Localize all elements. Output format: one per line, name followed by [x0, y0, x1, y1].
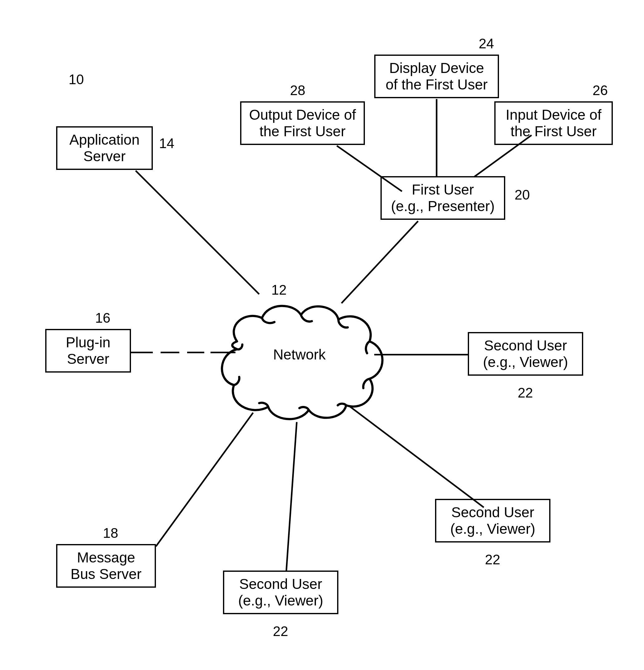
ref-display-device: 24 — [479, 36, 494, 51]
edge-seconduser-b-network — [349, 406, 484, 508]
edge-seconduser-a-network — [374, 354, 468, 356]
edge-firstuser-display — [436, 99, 437, 177]
second-user-b-line2: (e.g., Viewer) — [450, 521, 536, 537]
ref-first-user: 20 — [515, 187, 530, 203]
first-user-box: First User (e.g., Presenter) — [380, 176, 505, 220]
edge-plugin-dash-1 — [131, 352, 153, 353]
second-user-box-b: Second User (e.g., Viewer) — [435, 499, 550, 542]
edge-plugin-dash-3 — [187, 352, 204, 353]
output-line2: the First User — [260, 123, 345, 140]
input-device-box: Input Device of the First User — [494, 101, 613, 145]
edge-firstuser-output — [337, 145, 403, 192]
input-line1: Input Device of — [506, 107, 602, 123]
ref-system: 10 — [69, 72, 84, 87]
ref-msg-bus: 18 — [103, 525, 118, 541]
ref-app-server: 14 — [159, 136, 174, 151]
display-device-box: Display Device of the First User — [374, 55, 499, 98]
second-user-box-c: Second User (e.g., Viewer) — [223, 571, 338, 614]
application-server-box: Application Server — [56, 126, 153, 170]
display-line1: Display Device — [389, 60, 484, 76]
ref-second-user-a: 22 — [518, 385, 533, 401]
second-user-c-line2: (e.g., Viewer) — [238, 592, 324, 609]
diagram-canvas: 10 Network 12 Application Server 14 Plug… — [0, 0, 644, 670]
second-user-c-line1: Second User — [239, 576, 322, 592]
plugin-server-line1: Plug-in — [66, 334, 110, 351]
plugin-server-box: Plug-in Server — [45, 329, 131, 373]
message-bus-server-box: Message Bus Server — [56, 544, 156, 588]
app-server-line1: Application — [69, 132, 140, 148]
second-user-box-a: Second User (e.g., Viewer) — [468, 332, 583, 376]
plugin-server-line2: Server — [67, 351, 109, 367]
app-server-line2: Server — [83, 148, 126, 165]
output-device-box: Output Device of the First User — [240, 101, 365, 145]
network-label: Network — [253, 346, 346, 363]
second-user-b-line1: Second User — [451, 504, 534, 521]
edge-appserver-network — [135, 170, 260, 295]
ref-plugin-server: 16 — [95, 310, 110, 326]
output-line1: Output Device of — [249, 107, 356, 123]
edge-plugin-dash-4 — [211, 352, 235, 353]
msg-bus-line1: Message — [77, 549, 135, 566]
display-line2: of the First User — [385, 76, 487, 93]
edge-plugin-dash-2 — [161, 352, 179, 353]
ref-second-user-b: 22 — [485, 552, 500, 567]
msg-bus-line2: Bus Server — [70, 566, 142, 582]
first-user-line2: (e.g., Presenter) — [391, 198, 495, 214]
edge-seconduser-c-network — [286, 422, 298, 571]
second-user-a-line2: (e.g., Viewer) — [483, 354, 568, 371]
ref-second-user-c: 22 — [273, 624, 288, 639]
ref-network: 12 — [271, 282, 287, 298]
ref-input-device: 26 — [593, 83, 608, 98]
second-user-a-line1: Second User — [484, 337, 567, 354]
input-line2: the First User — [511, 123, 596, 140]
first-user-line1: First User — [412, 182, 474, 198]
ref-output-device: 28 — [290, 83, 305, 98]
edge-msgbus-network — [155, 412, 254, 547]
